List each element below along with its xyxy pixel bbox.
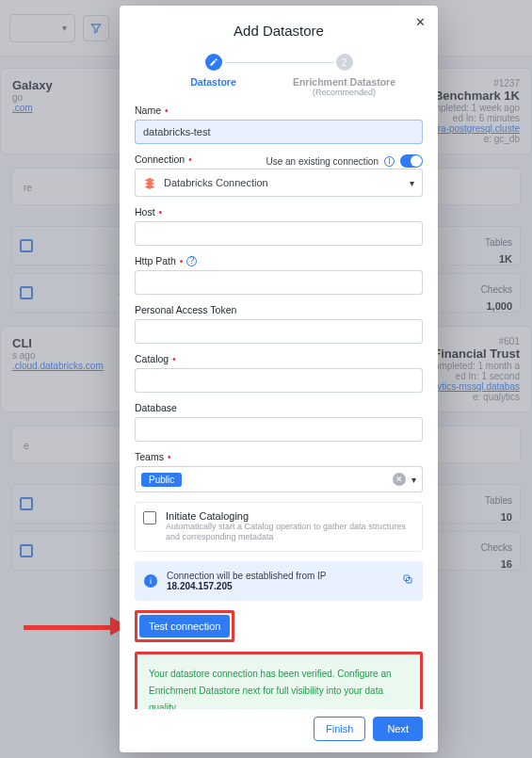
pencil-icon [205, 54, 222, 71]
add-datastore-modal: ✕ Add Datastore Datastore 2 Enrichment D… [120, 6, 438, 752]
label-http-path: Http Path [135, 255, 176, 266]
label-connection: Connection [135, 153, 185, 165]
label-catalog: Catalog [135, 353, 169, 364]
http-path-input[interactable] [135, 270, 423, 295]
step-enrichment[interactable]: 2 Enrichment Datastore (Recommended) [279, 54, 410, 97]
field-catalog: Catalog• [135, 353, 423, 393]
required-icon: • [188, 154, 192, 165]
required-icon: • [168, 452, 171, 462]
label-teams: Teams [135, 451, 164, 462]
field-token: Personal Access Token [135, 304, 423, 344]
chevron-down-icon: ▾ [410, 178, 414, 188]
label-database: Database [135, 402, 177, 413]
close-icon[interactable]: ✕ [411, 13, 428, 30]
info-text: Connection will be established from IP 1… [167, 571, 393, 591]
step-number: 2 [336, 54, 353, 71]
connection-selected: Databricks Connection [164, 177, 268, 188]
step-label: Enrichment Datastore [279, 76, 410, 88]
field-database: Database [135, 402, 423, 442]
step-datastore[interactable]: Datastore [148, 54, 279, 88]
initiate-cataloging-option[interactable]: Initiate Cataloging Automatically start … [135, 502, 423, 552]
test-connection-highlight: Test connection [135, 610, 234, 642]
help-icon[interactable]: ? [186, 256, 197, 266]
field-host: Host• [135, 206, 423, 246]
help-icon[interactable]: i [384, 156, 395, 167]
label-host: Host [135, 206, 155, 218]
ip-info-banner: i Connection will be established from IP… [135, 561, 423, 601]
step-sublabel: (Recommended) [279, 88, 410, 97]
required-icon: • [165, 105, 169, 116]
modal-title: Add Datastore [120, 6, 438, 44]
connection-select[interactable]: Databricks Connection ▾ [135, 169, 423, 197]
required-icon: • [159, 207, 163, 218]
option-sub: Automatically start a Catalog operation … [166, 522, 414, 543]
copy-icon[interactable] [402, 573, 413, 588]
field-http-path: Http Path•? [135, 255, 423, 295]
success-banner: Your datastore connection has been verif… [135, 652, 423, 710]
name-input[interactable] [135, 120, 423, 144]
databricks-icon [143, 176, 156, 189]
next-button[interactable]: Next [373, 717, 423, 741]
stepper: Datastore 2 Enrichment Datastore (Recomm… [120, 44, 438, 99]
checkbox[interactable] [143, 511, 156, 524]
required-icon: • [180, 256, 184, 266]
token-input[interactable] [135, 319, 423, 344]
finish-button[interactable]: Finish [314, 717, 365, 741]
chevron-down-icon[interactable]: ▾ [411, 475, 416, 485]
info-icon: i [144, 574, 157, 588]
database-input[interactable] [135, 417, 423, 442]
toggle-label: Use an existing connection [266, 156, 379, 167]
test-connection-button[interactable]: Test connection [139, 615, 230, 637]
catalog-input[interactable] [135, 368, 423, 393]
team-chip[interactable]: Public [141, 473, 182, 487]
host-input[interactable] [135, 221, 423, 246]
field-teams: Teams• Public ✕ ▾ [135, 451, 423, 492]
label-token: Personal Access Token [135, 304, 236, 315]
field-connection: Connection• Use an existing connection i… [135, 153, 423, 197]
field-name: Name• [135, 105, 423, 144]
required-icon: • [172, 354, 176, 364]
option-title: Initiate Cataloging [166, 510, 414, 522]
label-name: Name [135, 105, 161, 116]
modal-footer: Finish Next [120, 709, 438, 752]
success-text: Your datastore connection has been verif… [149, 669, 392, 710]
existing-connection-toggle[interactable] [400, 154, 423, 168]
teams-select[interactable]: Public ✕ ▾ [135, 466, 423, 492]
clear-icon[interactable]: ✕ [393, 473, 406, 486]
step-label: Datastore [148, 76, 279, 88]
